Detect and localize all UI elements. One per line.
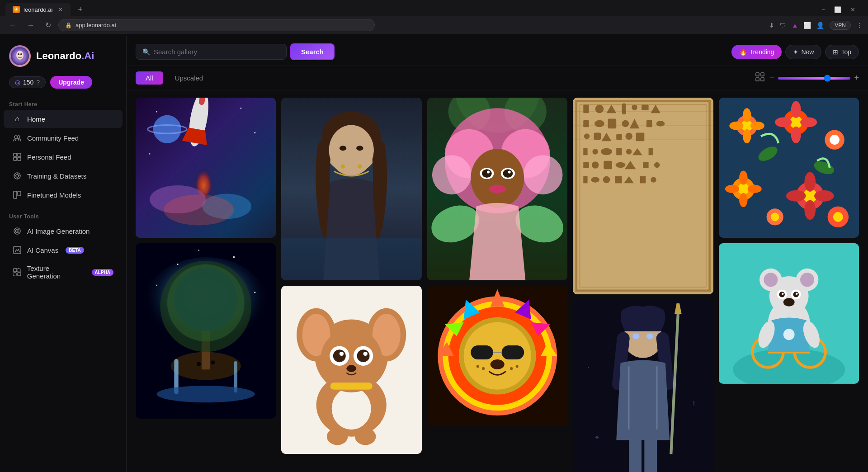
sidebar-item-home[interactable]: ⌂ Home [4,110,123,128]
expand-btn-6[interactable]: ⤢ [466,290,481,305]
edit-btn-2[interactable]: ✎ [157,248,172,262]
svg-point-70 [341,164,345,168]
tab-close-btn[interactable]: ✕ [58,6,63,13]
zoom-slider[interactable] [778,77,850,80]
active-tab[interactable]: leonardo.ai ✕ [5,3,71,16]
edit-btn-8[interactable]: ✎ [594,304,609,319]
cmd-btn-6[interactable]: ⌘ [432,290,446,305]
edit-btn-1[interactable]: ✎ [157,102,172,117]
gallery-item-1[interactable]: ⌘ ✎ ⤢ [136,98,276,238]
gallery-item-6[interactable]: ⌘ ✎ ⤢ [427,286,567,426]
new-button[interactable]: ✦ New [785,45,821,59]
sidebar-item-training[interactable]: Training & Datasets [4,167,123,185]
top-button[interactable]: ⊞ Top [825,45,859,59]
svg-point-220 [814,190,834,202]
search-input[interactable] [154,48,280,56]
svg-point-206 [830,135,840,145]
cmd-btn-8[interactable]: ⌘ [577,304,592,319]
gallery-item-3[interactable]: ⌘ ✎ ⤢ [281,98,421,280]
sidebar-item-ai-image[interactable]: AI Image Generation [4,222,123,240]
edit-btn-6[interactable]: ✎ [449,290,463,305]
refresh-btn[interactable]: ↻ [42,19,55,31]
zoom-out-btn[interactable]: − [770,73,775,83]
cmd-btn-4[interactable]: ⌘ [286,290,300,305]
expand-btn-4[interactable]: ⤢ [320,290,335,305]
expand-btn-3[interactable]: ⤢ [320,102,335,117]
cmd-btn-7[interactable]: ⌘ [577,102,592,117]
svg-point-157 [593,149,598,154]
cmd-btn-10[interactable]: ⌘ [723,248,738,262]
svg-point-218 [804,200,816,220]
upgrade-button[interactable]: Upgrade [50,76,92,89]
gallery-item-2[interactable]: ⌘ ✎ ⤢ [136,243,276,419]
training-icon [13,171,22,180]
svg-rect-165 [604,161,612,170]
search-input-wrap[interactable]: 🔍 [136,44,287,60]
edit-btn-4[interactable]: ✎ [303,290,317,305]
svg-point-100 [523,155,562,194]
sidebar-item-ai-image-label: AI Image Generation [27,227,90,235]
sidebar-item-finetuned[interactable]: Finetuned Models [4,186,123,204]
download-icon[interactable]: ⬇ [769,22,774,29]
forward-btn[interactable]: → [24,19,38,31]
triangle-icon[interactable]: ▲ [792,22,798,29]
edit-btn-10[interactable]: ✎ [741,248,755,262]
vpn-badge[interactable]: VPN [830,21,851,30]
texture-icon [13,268,22,277]
expand-btn-7[interactable]: ⤢ [594,102,609,117]
svg-rect-28 [761,73,764,76]
svg-point-107 [508,170,510,173]
close-window-btn[interactable]: ✕ [847,5,859,15]
expand-btn-1[interactable]: ⤢ [175,102,189,117]
sidebar-item-ai-canvas[interactable]: AI Canvas BETA [4,241,123,259]
svg-point-87 [363,351,368,355]
gallery-item-7[interactable]: ⌘ ⤢ [573,98,713,294]
sidebar-item-community-feed[interactable]: Community Feed [4,129,123,147]
trending-button[interactable]: 🔥 Trending [731,45,782,59]
menu-btn[interactable]: ⋮ [856,22,863,29]
tablet-icon[interactable]: ⬜ [803,22,811,29]
svg-rect-189 [644,436,657,472]
edit-btn-3[interactable]: ✎ [303,102,317,117]
back-btn[interactable]: ← [5,19,20,31]
tab-upscaled[interactable]: Upscaled [165,71,213,85]
search-button[interactable]: Search [290,43,335,60]
expand-btn-2[interactable]: ⤢ [175,248,189,262]
svg-rect-153 [616,134,622,140]
logo-text: Leonardo.Ai [36,50,94,62]
minimize-btn[interactable]: − [818,5,829,15]
profile-icon[interactable]: 👤 [816,22,824,29]
svg-point-51 [156,285,157,286]
gallery-item-10[interactable]: ⌘ ✎ [719,243,859,383]
cmd-btn-2[interactable]: ⌘ [140,248,155,262]
gallery-item-4[interactable]: ⌘ ✎ ⤢ [281,286,421,454]
shield-icon[interactable]: 🛡 [780,22,786,29]
svg-point-12 [16,175,19,177]
address-bar[interactable]: 🔒 app.leonardo.ai [58,19,375,31]
help-icon[interactable]: ? [36,79,40,86]
cmd-btn-1[interactable]: ⌘ [140,102,155,117]
tab-favicon [13,6,20,13]
expand-btn-9[interactable]: ⤢ [758,102,772,117]
svg-point-21 [17,231,18,232]
gallery-item-8[interactable]: ᛫ ᚱ ✦ ⌘ ✎ ⤢ [573,300,713,472]
svg-rect-156 [583,148,587,156]
cmd-btn-9[interactable]: ⌘ [723,102,738,117]
maximize-btn[interactable]: ⬜ [830,5,845,15]
tab-all[interactable]: All [136,71,163,85]
grid-view-btn[interactable] [754,71,766,85]
cmd-btn-3[interactable]: ⌘ [286,102,300,117]
zoom-in-btn[interactable]: + [854,73,859,83]
gallery-item-5[interactable]: ⌘ ✎ [427,98,567,280]
edit-btn-5[interactable]: ✎ [449,102,463,117]
expand-btn-8[interactable]: ⤢ [612,304,626,319]
svg-point-5 [14,136,17,138]
gallery-item-9[interactable]: ⌘ ✎ ⤢ [719,98,859,238]
new-tab-btn[interactable]: + [74,5,86,14]
edit-btn-9[interactable]: ✎ [741,102,755,117]
cmd-btn-5[interactable]: ⌘ [432,102,446,117]
svg-point-154 [626,133,633,140]
sidebar-item-personal-feed[interactable]: Personal Feed [4,148,123,166]
svg-point-245 [783,298,794,307]
sidebar-item-texture[interactable]: Texture Generation ALPHA [4,260,123,284]
